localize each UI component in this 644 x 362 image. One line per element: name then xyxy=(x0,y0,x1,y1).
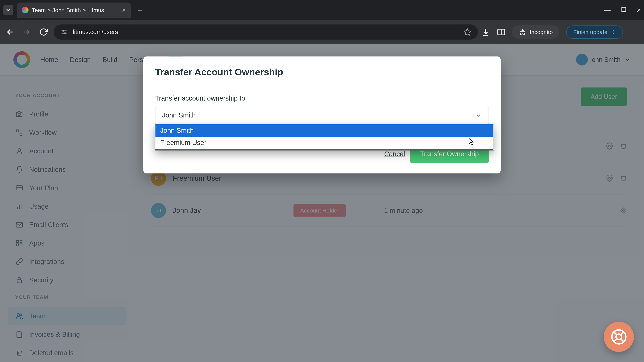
svg-point-16 xyxy=(613,33,614,34)
svg-point-14 xyxy=(613,30,614,31)
maximize-button[interactable] xyxy=(621,6,627,14)
panel-icon xyxy=(497,28,506,36)
window-controls: — × xyxy=(604,6,641,14)
close-tab-button[interactable]: × xyxy=(122,6,126,14)
svg-line-44 xyxy=(614,339,617,342)
svg-marker-7 xyxy=(464,29,470,35)
tab-title: Team > John Smith > Litmus xyxy=(32,7,104,13)
toolbar-right: Incognito Finish update xyxy=(481,25,623,39)
star-icon xyxy=(463,28,471,36)
modal-backdrop[interactable]: Transfer Account Ownership Transfer acco… xyxy=(0,44,644,362)
select-value: John Smith xyxy=(162,111,196,119)
close-window-button[interactable]: × xyxy=(637,6,641,14)
finish-update-label: Finish update xyxy=(573,29,608,35)
finish-update-button[interactable]: Finish update xyxy=(566,25,623,39)
svg-point-40 xyxy=(616,334,622,340)
chevron-down-icon xyxy=(5,7,12,13)
svg-rect-9 xyxy=(498,29,504,35)
dropdown-option[interactable]: John Smith xyxy=(156,124,493,137)
reload-button[interactable] xyxy=(37,25,50,39)
tab-search-button[interactable] xyxy=(3,5,14,15)
incognito-icon xyxy=(519,28,526,36)
back-button[interactable] xyxy=(3,25,17,39)
svg-line-43 xyxy=(621,332,624,335)
svg-rect-0 xyxy=(622,7,626,11)
arrow-right-icon xyxy=(23,28,31,36)
svg-point-15 xyxy=(613,31,614,32)
new-tab-button[interactable]: + xyxy=(138,5,142,15)
svg-point-5 xyxy=(62,30,64,31)
life-ring-icon xyxy=(610,329,627,345)
dropdown-option[interactable]: Freemium User xyxy=(156,137,493,149)
app: Home Design Build Personalize New Te ohn… xyxy=(0,44,644,362)
incognito-label: Incognito xyxy=(530,29,553,35)
help-fab[interactable] xyxy=(604,322,634,352)
incognito-indicator[interactable]: Incognito xyxy=(512,25,560,39)
svg-point-6 xyxy=(64,33,66,34)
favicon-icon xyxy=(22,7,28,13)
panel-button[interactable] xyxy=(497,28,506,36)
site-controls-icon[interactable] xyxy=(60,28,68,36)
download-icon xyxy=(481,28,490,36)
more-icon xyxy=(610,29,616,35)
minimize-button[interactable]: — xyxy=(604,6,611,14)
svg-point-12 xyxy=(523,33,525,35)
browser-tab[interactable]: Team > John Smith > Litmus × xyxy=(17,2,131,17)
transfer-ownership-modal: Transfer Account Ownership Transfer acco… xyxy=(144,56,500,173)
modal-header: Transfer Account Ownership xyxy=(144,56,500,86)
select-dropdown: John Smith Freemium User xyxy=(155,124,494,150)
modal-label: Transfer account ownership to xyxy=(155,94,489,102)
downloads-button[interactable] xyxy=(481,28,490,36)
arrow-left-icon xyxy=(6,28,14,36)
modal-body: Transfer account ownership to John Smith… xyxy=(144,86,500,136)
svg-point-11 xyxy=(520,33,522,35)
url-input[interactable]: litmus.com/users xyxy=(54,24,478,39)
svg-line-42 xyxy=(621,339,624,342)
tab-bar: Team > John Smith > Litmus × + — × xyxy=(0,0,644,20)
reload-icon xyxy=(40,28,48,36)
browser-chrome: Team > John Smith > Litmus × + — × litmu… xyxy=(0,0,644,44)
owner-select[interactable]: John Smith John Smith Freemium User xyxy=(155,106,489,124)
forward-button[interactable] xyxy=(20,25,34,39)
svg-line-41 xyxy=(614,332,617,335)
bookmark-button[interactable] xyxy=(463,28,471,36)
address-bar: litmus.com/users Incognito Finish update xyxy=(0,20,644,44)
modal-title: Transfer Account Ownership xyxy=(155,66,489,77)
chevron-down-icon xyxy=(475,112,482,119)
url-text: litmus.com/users xyxy=(73,28,118,35)
